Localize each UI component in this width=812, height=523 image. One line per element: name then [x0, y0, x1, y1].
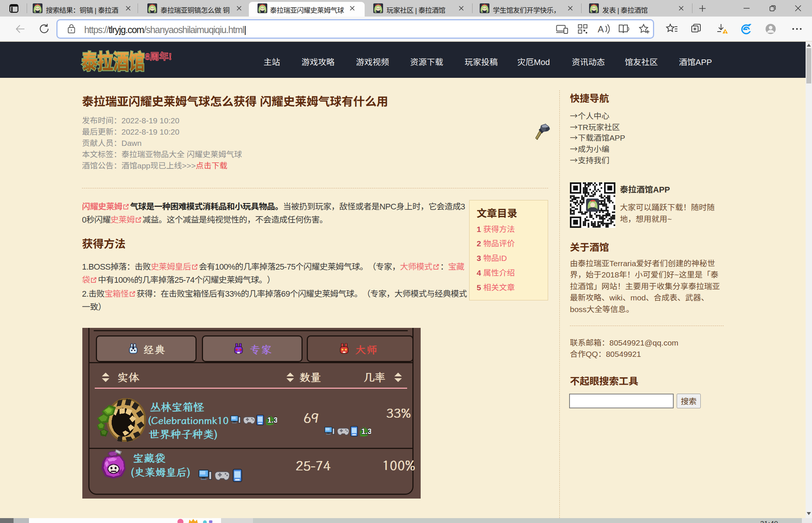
svg-text:8周年!: 8周年! [145, 49, 172, 62]
svg-text:1.3: 1.3 [361, 427, 371, 435]
svg-text:泰拉酒馆: 泰拉酒馆 [82, 46, 145, 73]
svg-text:1.3: 1.3 [267, 416, 277, 424]
